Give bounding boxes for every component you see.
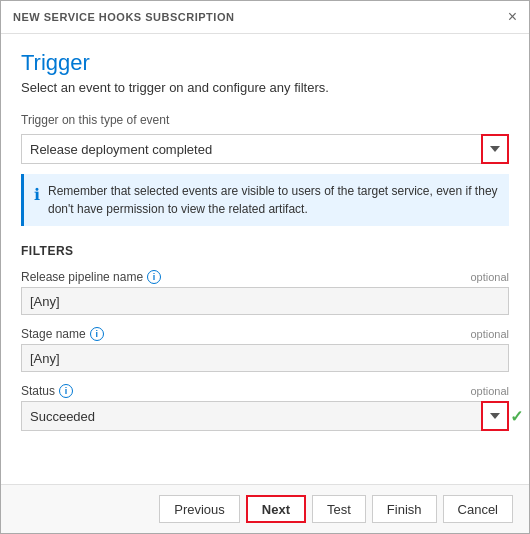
info-box: ℹ Remember that selected events are visi… bbox=[21, 174, 509, 226]
finish-button[interactable]: Finish bbox=[372, 495, 437, 523]
filter-row-stage: Stage name i optional bbox=[21, 327, 509, 372]
filter-row-pipeline: Release pipeline name i optional bbox=[21, 270, 509, 315]
filter-status-label: Status i bbox=[21, 384, 73, 398]
status-select[interactable]: Succeeded bbox=[21, 401, 509, 431]
stage-optional: optional bbox=[470, 328, 509, 340]
dialog: NEW SERVICE HOOKS SUBSCRIPTION × Trigger… bbox=[0, 0, 530, 534]
dialog-title: NEW SERVICE HOOKS SUBSCRIPTION bbox=[13, 11, 234, 23]
close-button[interactable]: × bbox=[508, 9, 517, 25]
info-icon: ℹ bbox=[34, 183, 40, 207]
filter-pipeline-label-row: Release pipeline name i optional bbox=[21, 270, 509, 284]
status-optional: optional bbox=[470, 385, 509, 397]
cancel-button[interactable]: Cancel bbox=[443, 495, 513, 523]
pipeline-input[interactable] bbox=[21, 287, 509, 315]
status-select-wrapper: Succeeded ✓ bbox=[21, 401, 509, 431]
status-checkmark: ✓ bbox=[510, 407, 523, 426]
filters-heading: FILTERS bbox=[21, 244, 509, 258]
previous-button[interactable]: Previous bbox=[159, 495, 240, 523]
filter-stage-label: Stage name i bbox=[21, 327, 104, 341]
pipeline-optional: optional bbox=[470, 271, 509, 283]
trigger-label: Trigger on this type of event bbox=[21, 113, 169, 127]
trigger-label-row: Trigger on this type of event bbox=[21, 113, 509, 131]
dialog-footer: Previous Next Test Finish Cancel bbox=[1, 484, 529, 533]
title-bar: NEW SERVICE HOOKS SUBSCRIPTION × bbox=[1, 1, 529, 34]
trigger-select-wrapper: Release deployment completed bbox=[21, 134, 509, 164]
section-heading: Trigger bbox=[21, 50, 509, 76]
pipeline-info-icon[interactable]: i bbox=[147, 270, 161, 284]
test-button[interactable]: Test bbox=[312, 495, 366, 523]
filter-stage-label-row: Stage name i optional bbox=[21, 327, 509, 341]
filter-row-status: Status i optional Succeeded ✓ bbox=[21, 384, 509, 431]
info-message: Remember that selected events are visibl… bbox=[48, 182, 499, 218]
stage-info-icon[interactable]: i bbox=[90, 327, 104, 341]
filter-status-label-row: Status i optional bbox=[21, 384, 509, 398]
trigger-select[interactable]: Release deployment completed bbox=[21, 134, 509, 164]
status-info-icon[interactable]: i bbox=[59, 384, 73, 398]
section-subtitle: Select an event to trigger on and config… bbox=[21, 80, 509, 95]
next-button[interactable]: Next bbox=[246, 495, 306, 523]
stage-input[interactable] bbox=[21, 344, 509, 372]
filter-pipeline-label: Release pipeline name i bbox=[21, 270, 161, 284]
dialog-body: Trigger Select an event to trigger on an… bbox=[1, 34, 529, 484]
